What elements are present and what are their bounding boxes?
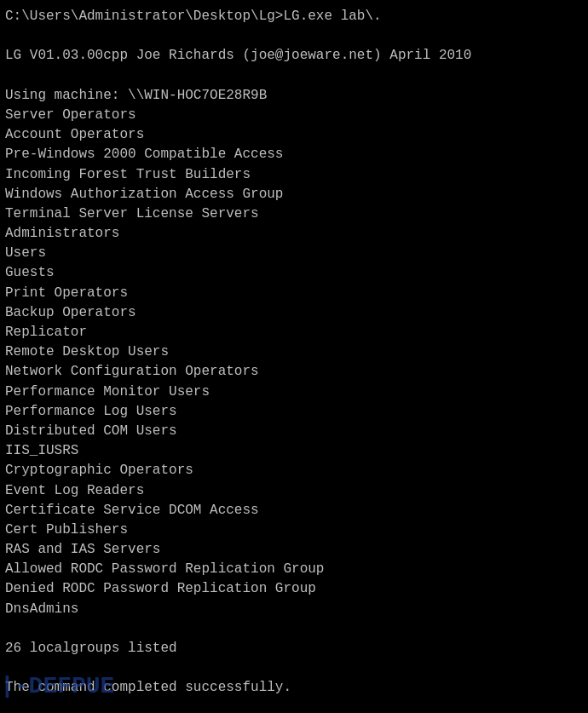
blank-line-2 <box>5 66 583 86</box>
list-item: Guests <box>5 263 583 283</box>
list-item: Performance Log Users <box>5 402 583 422</box>
list-item: Allowed RODC Password Replication Group <box>5 560 583 579</box>
blank-line-1 <box>5 26 583 46</box>
list-item: Print Operators <box>5 284 583 303</box>
list-item: Users <box>5 244 583 263</box>
list-item: Performance Monitor Users <box>5 382 583 402</box>
list-item: Cryptographic Operators <box>5 461 583 480</box>
list-item: Server Operators <box>5 106 583 125</box>
list-item: RAS and IAS Servers <box>5 540 583 560</box>
list-item: DnsAdmins <box>5 600 583 619</box>
machine-line: Using machine: \\WIN-HOC7OE28R9B <box>5 86 583 106</box>
list-item: Incoming Forest Trust Builders <box>5 165 583 185</box>
list-item: Backup Operators <box>5 303 583 323</box>
list-item: Cert Publishers <box>5 520 583 540</box>
list-item: Network Configuration Operators <box>5 362 583 382</box>
list-item: Terminal Server License Servers <box>5 204 583 224</box>
list-item: Replicator <box>5 323 583 342</box>
list-item: Pre-Windows 2000 Compatible Access <box>5 145 583 164</box>
summary-line: 26 localgroups listed <box>5 639 583 658</box>
list-item: Event Log Readers <box>5 481 583 501</box>
blank-line-3 <box>5 619 583 639</box>
list-item: Certificate Service DCOM Access <box>5 501 583 520</box>
list-item: Administrators <box>5 224 583 244</box>
list-item: Windows Authorization Access Group <box>5 185 583 204</box>
watermark: |-DEFPUE <box>0 670 114 704</box>
list-item: Account Operators <box>5 125 583 145</box>
list-item: Distributed COM Users <box>5 422 583 441</box>
list-item: Denied RODC Password Replication Group <box>5 579 583 599</box>
version-line: LG V01.03.00cpp Joe Richards (joe@joewar… <box>5 46 583 66</box>
command-line: C:\Users\Administrator\Desktop\Lg>LG.exe… <box>5 7 583 26</box>
list-item: Remote Desktop Users <box>5 342 583 362</box>
groups-list: Server OperatorsAccount OperatorsPre-Win… <box>5 106 583 619</box>
list-item: IIS_IUSRS <box>5 441 583 461</box>
